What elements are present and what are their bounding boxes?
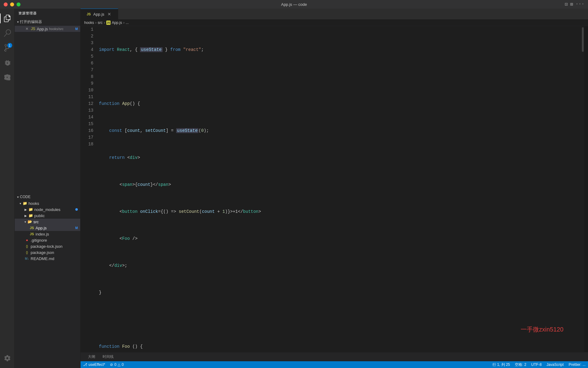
open-file-appjs[interactable]: ✕ JS App.js hooks/src M <box>15 26 80 32</box>
status-formatter[interactable]: Prettier: ... <box>566 361 588 368</box>
line-num-14: 14 <box>81 114 93 121</box>
minimize-button[interactable] <box>10 2 14 6</box>
code-line-1: import React, { useState } from "react"; <box>99 46 581 53</box>
status-errors[interactable]: ⊘ 0 △ 0 <box>107 361 126 368</box>
breadcrumb-hooks[interactable]: hooks <box>84 21 94 25</box>
src-arrow: ▾ <box>24 220 26 224</box>
public-label: public <box>34 213 45 218</box>
panel-layout-icon[interactable]: ⊡ <box>565 1 568 7</box>
open-editors-section[interactable]: ▾ 打开的编辑器 <box>15 18 80 26</box>
open-editors-arrow: ▾ <box>17 20 19 24</box>
folder-hooks[interactable]: ▾ 📁 hooks <box>15 200 80 206</box>
line-num-4: 4 <box>81 46 93 53</box>
readme-label: README.md <box>31 256 54 261</box>
split-editor-icon[interactable]: ⊞ <box>570 1 573 7</box>
appjs-label: App.js <box>36 226 47 230</box>
line-num-5: 5 <box>81 53 93 60</box>
window-title: App.js — code <box>281 2 307 7</box>
line-num-1: 1 <box>81 26 93 33</box>
close-button[interactable] <box>4 2 8 6</box>
code-line-7: <button onClick={() => setCount(count + … <box>99 208 581 215</box>
status-language[interactable]: JavaScript <box>544 361 566 368</box>
line-num-11: 11 <box>81 94 93 100</box>
code-section-header[interactable]: ▾ CODE <box>15 194 80 200</box>
settings-activity-icon[interactable] <box>0 351 15 366</box>
appjs-badge: M <box>75 226 78 230</box>
open-editors-label: 打开的编辑器 <box>20 19 42 25</box>
breadcrumb-src[interactable]: src <box>98 21 103 25</box>
tab-label: App.js <box>93 12 104 17</box>
status-formatter-label: Prettier: ... <box>569 362 586 367</box>
tab-appjs[interactable]: JS App.js ✕ <box>81 9 118 19</box>
folder-public[interactable]: ▶ 📁 public <box>15 213 80 219</box>
tab-close-button[interactable]: ✕ <box>107 12 112 17</box>
file-package-json[interactable]: {} package.json <box>15 249 80 255</box>
more-actions-icon[interactable]: ··· <box>575 1 584 7</box>
open-editors-list: ✕ JS App.js hooks/src M <box>15 26 80 194</box>
status-position[interactable]: 行 1, 列 25 <box>490 361 512 368</box>
source-control-activity-icon[interactable]: 1 <box>0 40 15 55</box>
code-content[interactable]: import React, { useState } from "react";… <box>96 26 581 352</box>
extensions-activity-icon[interactable] <box>0 70 15 85</box>
status-warnings-label: 0 <box>122 362 124 367</box>
code-line-3: function App() { <box>99 100 581 107</box>
package-lock-label: package-lock.json <box>31 244 62 249</box>
editor-scrollbar[interactable] <box>581 26 584 352</box>
code-section-arrow: ▾ <box>17 195 19 199</box>
file-tree: ▾ 📁 hooks ▶ 📁 node_modules ▶ 📁 public ▾ … <box>15 200 80 368</box>
debug-activity-icon[interactable] <box>0 55 15 70</box>
folder-src[interactable]: ▾ 📂 src <box>15 219 80 225</box>
maximize-button[interactable] <box>17 2 21 6</box>
status-spaces[interactable]: 空格: 2 <box>512 361 529 368</box>
file-indexjs[interactable]: JS index.js <box>15 231 80 237</box>
hooks-label: hooks <box>28 201 39 206</box>
branch-icon: ⎇ <box>83 362 87 367</box>
file-appjs[interactable]: JS App.js M <box>15 225 80 231</box>
scrollbar-thumb[interactable] <box>582 27 584 52</box>
search-activity-icon[interactable] <box>0 26 15 40</box>
public-arrow: ▶ <box>24 214 27 217</box>
breadcrumb-dots[interactable]: ... <box>126 21 129 25</box>
line-num-2: 2 <box>81 33 93 40</box>
close-icon[interactable]: ✕ <box>24 26 29 31</box>
gitignore-icon: ● <box>24 238 29 243</box>
tab-file-icon: JS <box>87 12 91 16</box>
status-encoding[interactable]: UTF-8 <box>529 361 544 368</box>
package-lock-icon: {} <box>24 244 29 249</box>
line-num-3: 3 <box>81 40 93 46</box>
panel-tab-timeline[interactable]: 时间线 <box>99 353 117 361</box>
window-controls[interactable] <box>4 2 21 6</box>
file-readme[interactable]: M↓ README.md <box>15 255 80 262</box>
js-file-icon: JS <box>31 26 36 31</box>
code-editor[interactable]: 1 2 3 4 5 6 7 8 9 10 11 12 13 14 15 16 1… <box>81 26 588 352</box>
package-json-icon: {} <box>24 250 29 255</box>
breadcrumb: hooks › src › JS App.js › ... <box>81 19 588 26</box>
line-num-12: 12 <box>81 100 93 107</box>
sidebar-header: 资源管理器 <box>15 9 80 18</box>
src-label: src <box>33 220 39 224</box>
breadcrumb-sep3: › <box>123 21 124 25</box>
status-language-label: JavaScript <box>547 362 564 367</box>
open-file-path: hooks/src <box>49 27 63 31</box>
sidebar: 资源管理器 ▾ 打开的编辑器 ✕ JS App.js hooks/src M ▾… <box>15 9 81 368</box>
file-gitignore[interactable]: ● .gitignore <box>15 237 80 243</box>
status-branch[interactable]: ⎇ useEffect* <box>81 361 107 368</box>
folder-node-modules[interactable]: ▶ 📁 node_modules <box>15 206 80 213</box>
file-package-lock[interactable]: {} package-lock.json <box>15 243 80 249</box>
appjs-file-icon: JS <box>29 225 34 230</box>
breadcrumb-sep2: › <box>104 21 105 25</box>
status-position-label: 行 1, 列 25 <box>492 362 510 367</box>
code-line-4: const [count, setCount] = useState(0); <box>99 127 581 134</box>
status-right: 行 1, 列 25 空格: 2 UTF-8 JavaScript Prettie… <box>490 361 588 368</box>
warning-icon: △ <box>118 362 120 367</box>
explorer-activity-icon[interactable] <box>0 11 15 26</box>
code-line-12: function Foo () { <box>99 343 581 350</box>
node-modules-label: node_modules <box>34 207 60 212</box>
panel-tab-outline[interactable]: 大纲 <box>84 353 99 361</box>
breadcrumb-appjs[interactable]: JS App.js <box>106 21 122 25</box>
main-layout: 1 资源管理器 ▾ 打开的编辑器 ✕ JS <box>0 9 588 368</box>
status-branch-label: useEffect* <box>89 362 105 367</box>
gitignore-label: .gitignore <box>31 238 47 243</box>
code-line-10: } <box>99 289 581 296</box>
line-num-9: 9 <box>81 80 93 87</box>
